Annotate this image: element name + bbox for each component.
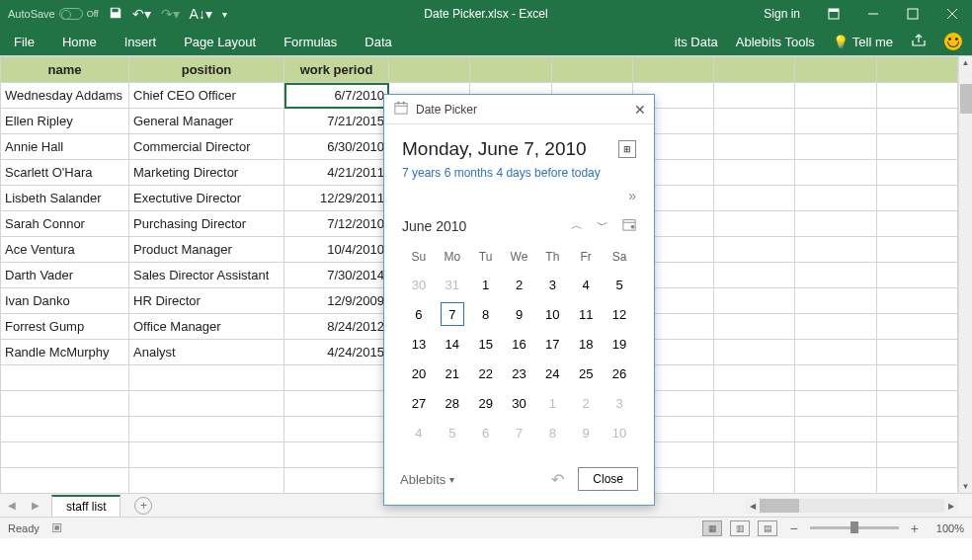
zoom-level[interactable]: 100% xyxy=(936,522,964,534)
cell-work-period[interactable]: 7/30/2014 xyxy=(284,263,389,288)
cell-position[interactable]: Purchasing Director xyxy=(129,211,284,237)
cell[interactable] xyxy=(714,442,795,468)
calendar-day[interactable]: 3 xyxy=(535,270,569,299)
new-sheet-icon[interactable]: + xyxy=(134,497,152,515)
calendar-day[interactable]: 21 xyxy=(436,359,469,388)
cell[interactable] xyxy=(876,365,957,391)
cell[interactable] xyxy=(714,314,795,340)
cell[interactable] xyxy=(795,391,876,417)
cell[interactable] xyxy=(876,442,957,468)
calendar-day[interactable]: 6 xyxy=(469,418,503,447)
calendar-day[interactable]: 4 xyxy=(569,270,603,299)
close-button[interactable]: Close xyxy=(578,467,638,491)
calendar-day[interactable]: 10 xyxy=(603,418,636,447)
cell-position[interactable]: Commercial Director xyxy=(129,134,284,160)
calendar-day[interactable]: 14 xyxy=(436,329,469,359)
ablebits-menu[interactable]: Ablebits ▾ xyxy=(400,472,454,487)
cell[interactable] xyxy=(1,442,129,468)
cell[interactable] xyxy=(876,160,957,186)
cell-work-period[interactable]: 8/24/2012 xyxy=(284,314,389,340)
save-icon[interactable] xyxy=(109,6,122,23)
cell[interactable] xyxy=(714,288,795,314)
tab-insert[interactable]: Insert xyxy=(124,35,157,49)
expand-icon[interactable]: » xyxy=(628,188,636,203)
cell[interactable] xyxy=(714,340,795,365)
cell[interactable] xyxy=(876,83,957,109)
tab-home[interactable]: Home xyxy=(62,35,97,49)
cell[interactable] xyxy=(551,57,632,83)
cell-name[interactable]: Randle McMurphy xyxy=(1,340,129,365)
cell[interactable] xyxy=(714,237,795,263)
cell-position[interactable]: General Manager xyxy=(129,109,284,134)
cell[interactable] xyxy=(470,57,551,83)
calendar-day[interactable]: 25 xyxy=(569,359,603,388)
calendar-day[interactable]: 13 xyxy=(402,329,436,359)
cell[interactable] xyxy=(876,263,957,288)
vertical-scrollbar[interactable]: ▲ ▼ xyxy=(958,56,972,494)
cell[interactable] xyxy=(876,57,957,83)
cell-work-period[interactable]: 4/21/2011 xyxy=(284,160,389,186)
zoom-out-icon[interactable]: − xyxy=(785,520,801,536)
cell[interactable] xyxy=(714,468,795,494)
calendar-day[interactable]: 8 xyxy=(469,299,503,329)
cell-name[interactable]: Forrest Gump xyxy=(1,314,129,340)
zoom-in-icon[interactable]: + xyxy=(907,520,923,536)
cell-name[interactable]: Ellen Ripley xyxy=(1,109,129,134)
cell[interactable] xyxy=(714,417,795,442)
qat-customize-icon[interactable]: ▾ xyxy=(222,9,227,20)
sign-in-button[interactable]: Sign in xyxy=(750,7,814,21)
ribbon-display-icon[interactable] xyxy=(814,0,853,28)
macro-recorder-icon[interactable] xyxy=(51,520,65,536)
cell[interactable] xyxy=(795,211,876,237)
cell[interactable] xyxy=(795,340,876,365)
sheet-nav-prev-icon[interactable]: ◀ xyxy=(0,500,24,511)
close-icon[interactable] xyxy=(932,0,972,28)
undo-icon[interactable]: ↶▾ xyxy=(132,6,151,22)
cell-work-period[interactable]: 6/7/2010 xyxy=(284,83,389,109)
cell-work-period[interactable]: 10/4/2010 xyxy=(284,237,389,263)
calendar-day[interactable]: 23 xyxy=(503,359,536,388)
cell[interactable] xyxy=(876,340,957,365)
cell[interactable] xyxy=(714,83,795,109)
cell[interactable] xyxy=(795,109,876,134)
cell-position[interactable]: Product Manager xyxy=(129,237,284,263)
calendar-day[interactable]: 22 xyxy=(469,359,503,388)
cell-position[interactable]: Exectutive Director xyxy=(129,186,284,211)
calculator-icon[interactable]: ⊞ xyxy=(618,140,636,158)
cell-work-period[interactable]: 4/24/2015 xyxy=(284,340,389,365)
tab-ablebits-tools[interactable]: Ablebits Tools xyxy=(736,35,815,49)
cell-name[interactable]: Lisbeth Salander xyxy=(1,186,129,211)
calendar-day[interactable]: 12 xyxy=(603,299,636,329)
cell[interactable] xyxy=(795,417,876,442)
calendar-day[interactable]: 31 xyxy=(436,270,469,299)
tell-me-button[interactable]: 💡 Tell me xyxy=(833,35,893,49)
calendar-day[interactable]: 10 xyxy=(535,299,569,329)
share-icon[interactable] xyxy=(911,33,927,51)
page-layout-view-icon[interactable]: ▥ xyxy=(730,520,750,536)
cell[interactable] xyxy=(714,365,795,391)
cell[interactable] xyxy=(876,109,957,134)
cell-position[interactable]: Office Manager xyxy=(129,314,284,340)
calendar-day[interactable]: 19 xyxy=(603,329,636,359)
cell-name[interactable]: Darth Vader xyxy=(1,263,129,288)
cell-name[interactable]: Ivan Danko xyxy=(1,288,129,314)
calendar-day[interactable]: 8 xyxy=(535,418,569,447)
month-year-label[interactable]: June 2010 xyxy=(402,218,466,234)
cell-position[interactable]: Analyst xyxy=(129,340,284,365)
cell-name[interactable]: Annie Hall xyxy=(1,134,129,160)
calendar-day[interactable]: 18 xyxy=(569,329,603,359)
cell[interactable] xyxy=(795,134,876,160)
undo-icon[interactable]: ↶ xyxy=(551,470,564,489)
calendar-day[interactable]: 24 xyxy=(535,359,569,388)
calendar-day[interactable]: 5 xyxy=(436,418,469,447)
cell[interactable] xyxy=(795,186,876,211)
horizontal-scrollbar[interactable]: ◀ ▶ xyxy=(746,498,958,514)
today-icon[interactable] xyxy=(622,217,636,234)
cell-name[interactable]: Sarah Connor xyxy=(1,211,129,237)
pane-close-icon[interactable]: ✕ xyxy=(634,102,646,118)
zoom-slider[interactable] xyxy=(810,526,899,529)
redo-icon[interactable]: ↷▾ xyxy=(161,6,180,22)
cell[interactable] xyxy=(714,109,795,134)
cell[interactable] xyxy=(1,468,129,494)
tab-data[interactable]: Data xyxy=(364,35,391,49)
